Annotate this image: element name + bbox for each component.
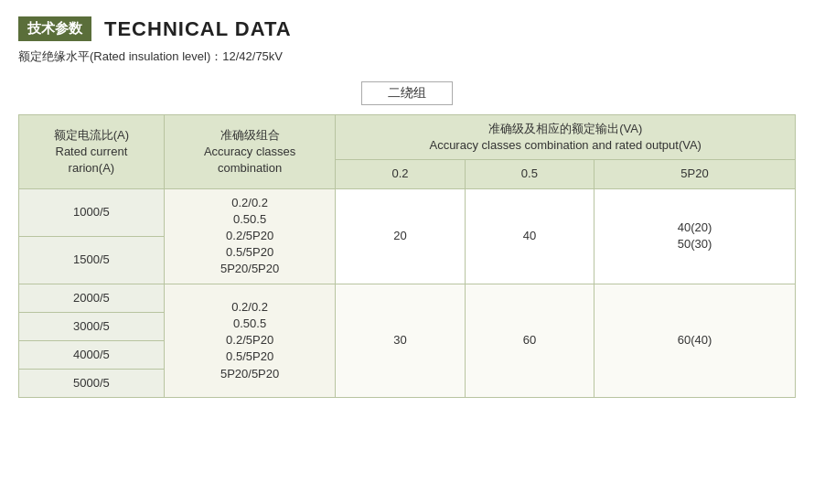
table-row: 3000/5	[19, 312, 165, 340]
value-5p20-a: 40(20) 50(30)	[594, 188, 796, 284]
value-5p20-b: 60(40)	[594, 284, 796, 398]
table-row: 4000/5	[19, 340, 165, 369]
section-label-wrap: 二绕组	[18, 81, 796, 105]
table-row: 1500/5	[19, 236, 165, 284]
col-combination-header: 准确级组合 Accuracy classes combination	[164, 115, 336, 189]
value-02-a: 20	[336, 188, 465, 284]
table-row: 2000/5	[19, 284, 165, 312]
combination-cell-a: 0.2/0.2 0.50.5 0.2/5P20 0.5/5P20 5P20/5P…	[164, 188, 336, 284]
sub-col-5p20-header: 5P20	[594, 160, 796, 188]
value-05-a: 40	[465, 188, 594, 284]
value-02-b: 30	[336, 284, 465, 398]
sub-col-02-header: 0.2	[336, 160, 465, 188]
section-label: 二绕组	[361, 81, 453, 105]
value-05-b: 60	[465, 284, 594, 398]
subtitle: 额定绝缘水平(Rated insulation level)：12/42/75k…	[18, 48, 796, 65]
col-ratio-header: 额定电流比(A) Rated current rarion(A)	[19, 115, 165, 189]
technical-data-table: 额定电流比(A) Rated current rarion(A) 准确级组合 A…	[18, 114, 796, 398]
table-row: 1000/5	[19, 188, 165, 236]
combination-cell-b: 0.2/0.2 0.50.5 0.2/5P20 0.5/5P20 5P20/5P…	[164, 284, 336, 398]
col-accuracy-group-header: 准确级及相应的额定输出(VA) Accuracy classes combina…	[336, 115, 796, 160]
page-header: 技术参数 TECHNICAL DATA	[18, 16, 796, 41]
header-title: TECHNICAL DATA	[104, 17, 292, 41]
header-badge: 技术参数	[18, 16, 91, 41]
sub-col-05-header: 0.5	[465, 160, 594, 188]
table-row: 5000/5	[19, 370, 165, 398]
